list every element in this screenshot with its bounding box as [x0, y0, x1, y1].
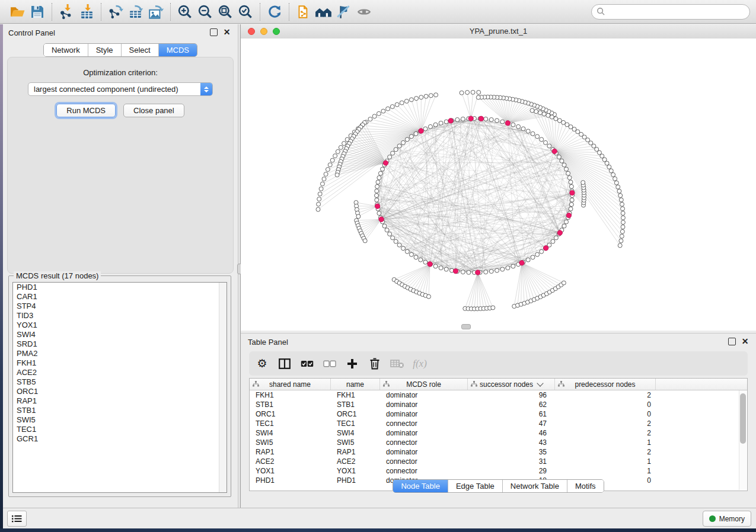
- cell-name[interactable]: FKH1: [331, 391, 380, 399]
- mcds-result-node[interactable]: ACE2: [13, 368, 227, 377]
- cell-name[interactable]: SWI5: [331, 438, 380, 447]
- first-neighbors-icon[interactable]: [314, 2, 334, 22]
- tab-style[interactable]: Style: [88, 44, 122, 56]
- table-row[interactable]: STB1STB1dominator620: [250, 400, 747, 409]
- settings-gear-icon[interactable]: ⚙: [255, 357, 269, 371]
- show-eye-icon[interactable]: [354, 2, 374, 22]
- cell-successor_nodes[interactable]: 43: [468, 438, 555, 447]
- table-row[interactable]: RAP1RAP1dominator352: [250, 447, 747, 457]
- mcds-result-node[interactable]: SWI4: [13, 330, 227, 339]
- cell-mcds_role[interactable]: dominator: [380, 391, 468, 399]
- zoom-selected-icon[interactable]: [235, 2, 256, 22]
- close-table-panel-icon[interactable]: ✕: [741, 338, 749, 345]
- table-tab-node-table[interactable]: Node Table: [393, 480, 448, 492]
- cell-shared_name[interactable]: TEC1: [250, 419, 331, 428]
- cell-shared_name[interactable]: YOX1: [250, 467, 331, 475]
- zoom-fit-icon[interactable]: [215, 2, 235, 22]
- cell-shared_name[interactable]: FKH1: [250, 391, 331, 399]
- cell-successor_nodes[interactable]: 46: [468, 429, 555, 437]
- search-field[interactable]: [591, 4, 750, 20]
- mcds-result-node[interactable]: STP4: [13, 302, 227, 311]
- table-row[interactable]: ACE2ACE2connector311: [250, 457, 747, 466]
- cell-mcds_role[interactable]: connector: [380, 419, 468, 428]
- cell-successor_nodes[interactable]: 29: [468, 467, 555, 475]
- table-scrollbar-thumb[interactable]: [740, 393, 746, 444]
- zoom-in-icon[interactable]: [175, 2, 195, 22]
- cell-shared_name[interactable]: ORC1: [250, 410, 331, 418]
- column-header-predecessor-nodes[interactable]: predecessor nodes: [555, 379, 656, 390]
- cell-mcds_role[interactable]: dominator: [380, 448, 468, 456]
- cell-successor_nodes[interactable]: 96: [468, 391, 555, 399]
- cell-predecessor_nodes[interactable]: 2: [555, 448, 656, 456]
- table-tab-network-table[interactable]: Network Table: [503, 480, 567, 492]
- mcds-result-node[interactable]: RAP1: [13, 396, 227, 406]
- table-tab-edge-table[interactable]: Edge Table: [448, 480, 503, 492]
- cell-mcds_role[interactable]: connector: [380, 457, 468, 466]
- table-tab-motifs[interactable]: Motifs: [567, 480, 604, 492]
- column-header-shared-name[interactable]: shared name: [250, 379, 331, 390]
- cell-predecessor_nodes[interactable]: 0: [555, 410, 656, 418]
- float-panel-icon[interactable]: [210, 28, 218, 36]
- cell-name[interactable]: RAP1: [331, 448, 380, 456]
- cell-shared_name[interactable]: ACE2: [250, 457, 331, 466]
- tab-select[interactable]: Select: [122, 44, 159, 56]
- mcds-result-node[interactable]: TID3: [13, 311, 227, 321]
- float-table-panel-icon[interactable]: [728, 338, 736, 345]
- network-view-titlebar[interactable]: YPA_prune.txt_1: [241, 24, 756, 39]
- mcds-result-node[interactable]: PMA2: [13, 349, 227, 358]
- cell-name[interactable]: ORC1: [331, 410, 380, 418]
- run-mcds-button[interactable]: Run MCDS: [56, 104, 116, 117]
- cell-successor_nodes[interactable]: 35: [468, 448, 555, 456]
- result-list-scrollbar[interactable]: [219, 283, 227, 492]
- cell-mcds_role[interactable]: connector: [380, 438, 468, 447]
- cell-shared_name[interactable]: SWI5: [250, 438, 331, 447]
- select-all-icon[interactable]: [300, 357, 314, 371]
- cell-shared_name[interactable]: STB1: [250, 400, 331, 409]
- cell-name[interactable]: STB1: [331, 400, 380, 409]
- optimization-criterion-select[interactable]: largest connected component (undirected): [28, 82, 213, 96]
- cell-predecessor_nodes[interactable]: 2: [555, 391, 656, 399]
- mcds-result-node[interactable]: TEC1: [13, 425, 227, 434]
- cell-mcds_role[interactable]: dominator: [380, 410, 468, 418]
- table-row[interactable]: YOX1YOX1connector291: [250, 466, 747, 476]
- table-row[interactable]: SWI5SWI5connector431: [250, 438, 747, 447]
- mcds-result-node[interactable]: GCR1: [13, 434, 227, 444]
- split-pane-icon[interactable]: [277, 357, 292, 371]
- cell-predecessor_nodes[interactable]: 1: [555, 438, 656, 447]
- cell-successor_nodes[interactable]: 47: [468, 419, 555, 428]
- cell-name[interactable]: SWI4: [331, 429, 380, 437]
- cell-shared_name[interactable]: SWI4: [250, 429, 331, 437]
- table-row[interactable]: TEC1TEC1connector472: [250, 419, 747, 428]
- tab-network[interactable]: Network: [44, 44, 88, 56]
- table-row[interactable]: SWI4SWI4dominator462: [250, 428, 747, 438]
- cell-successor_nodes[interactable]: 31: [468, 457, 555, 466]
- export-table-icon[interactable]: [126, 2, 146, 22]
- cell-name[interactable]: TEC1: [331, 419, 380, 428]
- network-document-icon[interactable]: [294, 2, 314, 22]
- mcds-result-node[interactable]: SRD1: [13, 339, 227, 349]
- cell-predecessor_nodes[interactable]: 2: [555, 419, 656, 428]
- cell-predecessor_nodes[interactable]: 1: [555, 467, 656, 475]
- network-hscroll-thumb[interactable]: [461, 324, 471, 329]
- import-table-icon[interactable]: [76, 2, 97, 22]
- close-panel-icon[interactable]: ✕: [223, 28, 231, 36]
- mcds-result-node[interactable]: PHD1: [13, 283, 227, 292]
- mcds-result-node[interactable]: CAR1: [13, 292, 227, 302]
- cell-name[interactable]: YOX1: [331, 467, 380, 475]
- node-table[interactable]: shared namenameMCDS rolesuccessor nodesp…: [249, 378, 748, 491]
- cell-predecessor_nodes[interactable]: 0: [555, 400, 656, 409]
- cell-mcds_role[interactable]: dominator: [380, 429, 468, 437]
- save-session-icon[interactable]: [27, 2, 47, 22]
- memory-button[interactable]: Memory: [703, 511, 751, 527]
- deselect-all-icon[interactable]: [323, 357, 337, 371]
- mcds-result-node[interactable]: FKH1: [13, 358, 227, 368]
- hide-flag-icon[interactable]: [334, 2, 354, 22]
- add-column-icon[interactable]: [345, 357, 359, 371]
- cell-predecessor_nodes[interactable]: 2: [555, 429, 656, 437]
- cell-shared_name[interactable]: RAP1: [250, 448, 331, 456]
- export-image-icon[interactable]: [146, 2, 166, 22]
- mcds-result-node[interactable]: SWI5: [13, 415, 227, 425]
- mcds-result-node[interactable]: STB5: [13, 377, 227, 387]
- table-row[interactable]: ORC1ORC1dominator610: [250, 409, 747, 419]
- delete-column-icon[interactable]: [368, 357, 382, 371]
